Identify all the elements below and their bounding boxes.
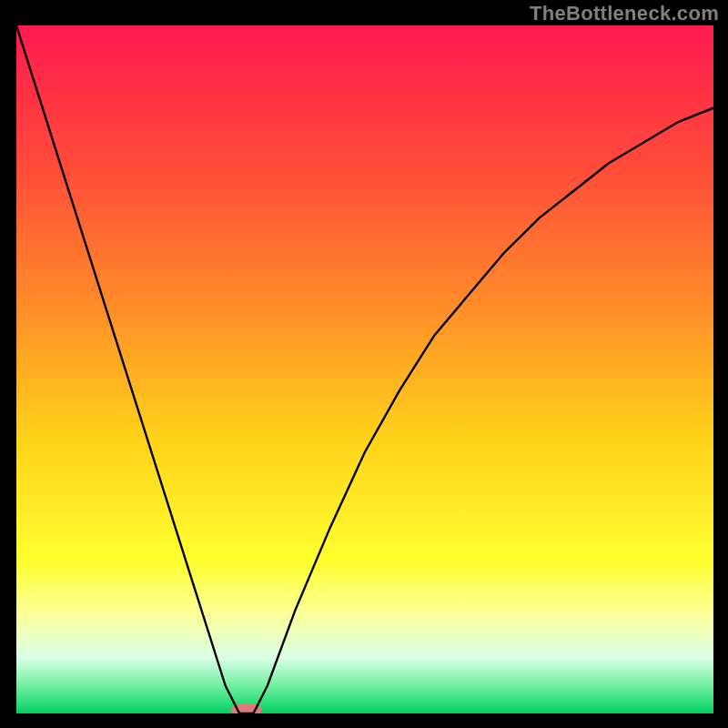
chart-frame: TheBottleneck.com [0,0,728,728]
gradient-background [16,25,713,713]
plot-area [16,25,713,713]
watermark-text: TheBottleneck.com [530,2,719,25]
plot-svg [16,25,713,713]
